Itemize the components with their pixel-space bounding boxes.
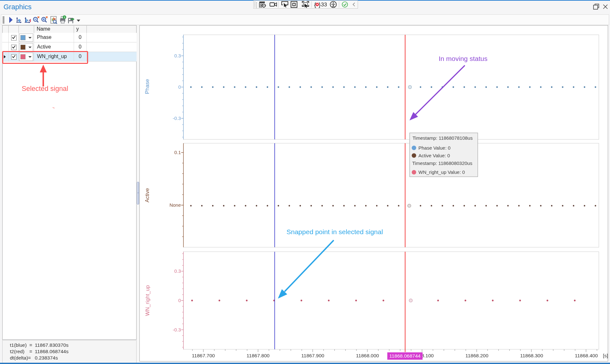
- svg-text:Active Value: 0: Active Value: 0: [419, 153, 450, 158]
- svg-text:In moving status: In moving status: [439, 55, 487, 62]
- svg-text:Active: Active: [144, 188, 150, 203]
- svg-text:0.1: 0.1: [174, 150, 181, 155]
- svg-text:WN_right_up: WN_right_up: [145, 285, 151, 316]
- svg-text:[s]: [s]: [603, 353, 608, 358]
- svg-text:None: None: [169, 202, 181, 208]
- svg-text:0.3: 0.3: [174, 53, 181, 58]
- svg-text:11868.000: 11868.000: [356, 353, 379, 358]
- svg-text:33: 33: [321, 2, 327, 8]
- svg-text:WN_right_up Value: 0: WN_right_up Value: 0: [419, 169, 465, 175]
- svg-text:}: }: [319, 1, 321, 8]
- svg-text:0: 0: [178, 84, 181, 90]
- svg-text:11868.400: 11868.400: [575, 353, 598, 358]
- svg-text:11867.900: 11867.900: [301, 353, 324, 358]
- svg-text:-0.3: -0.3: [173, 327, 181, 332]
- svg-text:0.3: 0.3: [174, 268, 181, 274]
- svg-text:11868.200: 11868.200: [465, 353, 488, 358]
- svg-text:Timestamp: 11868078108us: Timestamp: 11868078108us: [413, 135, 472, 141]
- svg-text:Phase Value: 0: Phase Value: 0: [419, 145, 451, 151]
- svg-text:Selected signal: Selected signal: [22, 85, 68, 93]
- svg-text:11867.700: 11867.700: [192, 353, 215, 358]
- svg-text:11867.800: 11867.800: [247, 353, 270, 358]
- svg-text:Phase: Phase: [144, 79, 150, 94]
- svg-text:Snapped point in selected sign: Snapped point in selected signal: [286, 228, 383, 235]
- svg-text:11868.300: 11868.300: [520, 353, 543, 358]
- svg-text:-0.3: -0.3: [173, 115, 181, 121]
- svg-text:0: 0: [178, 298, 181, 303]
- svg-text:11868.068744: 11868.068744: [389, 353, 420, 359]
- svg-text:?: ?: [63, 16, 65, 19]
- svg-text:Timestamp: 11868080320us: Timestamp: 11868080320us: [412, 160, 472, 166]
